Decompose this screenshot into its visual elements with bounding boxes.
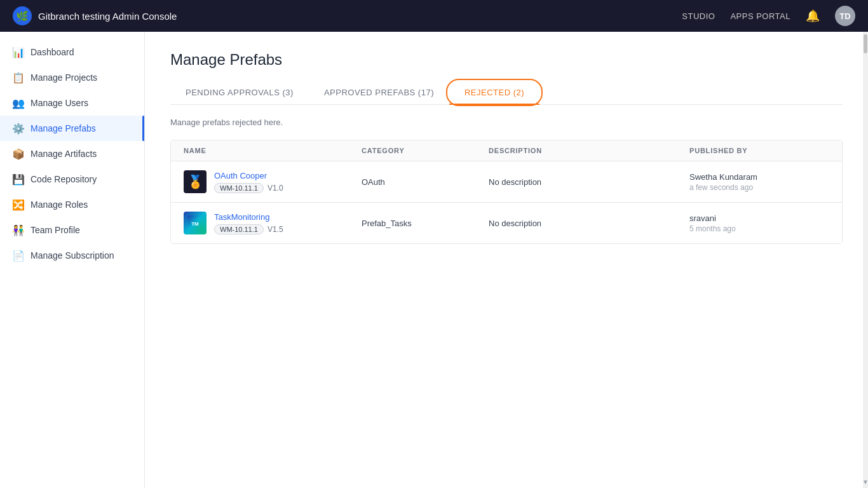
prefab-link-task[interactable]: TaskMonitoring (214, 212, 283, 222)
sidebar-label-code-repository: Code Repository (31, 174, 97, 184)
sidebar-label-manage-prefabs: Manage Prefabs (31, 123, 96, 133)
tab-pending-approvals[interactable]: PENDING APPROVALS (3) (170, 81, 309, 105)
published-by-name-task: sravani (689, 214, 829, 223)
header-category: CATEGORY (362, 147, 489, 154)
published-by-time-oauth: a few seconds ago (689, 183, 829, 192)
prefab-badges-oauth: WM-10.11.1 V1.0 (214, 183, 283, 193)
sidebar-item-manage-artifacts[interactable]: 📦 Manage Artifacts (0, 141, 144, 166)
manage-roles-icon: 🔀 (13, 199, 24, 210)
prefab-version-task: V1.5 (268, 225, 283, 234)
prefab-version-oauth: V1.0 (268, 184, 283, 193)
header-published-by: PUBLISHED BY (689, 147, 829, 154)
sidebar-item-manage-users[interactable]: 👥 Manage Users (0, 90, 144, 116)
notification-bell-icon[interactable]: 🔔 (806, 9, 820, 23)
top-navigation: 🌿 Gitbranch testing Admin Console STUDIO… (0, 0, 868, 32)
user-avatar[interactable]: TD (835, 6, 855, 26)
prefab-published-task: sravani 5 months ago (689, 214, 829, 233)
published-by-name-oauth: Swetha Kundaram (689, 172, 829, 182)
prefab-icon-oauth: 🏅 (184, 170, 207, 193)
header-name: NAME (184, 147, 362, 154)
tab-approved-label: APPROVED PREFABS (17) (324, 88, 434, 97)
prefabs-table: NAME CATEGORY DESCRIPTION PUBLISHED BY 🏅… (170, 140, 843, 244)
manage-artifacts-icon: 📦 (13, 148, 24, 159)
sidebar-item-code-repository[interactable]: 💾 Code Repository (0, 166, 144, 192)
prefab-name-info-task: TaskMonitoring WM-10.11.1 V1.5 (214, 212, 283, 234)
app-logo: 🌿 Gitbranch testing Admin Console (13, 6, 682, 25)
table-row: 🏅 OAuth Cooper WM-10.11.1 V1.0 OAuth No … (171, 161, 842, 203)
main-layout: 📊 Dashboard 📋 Manage Projects 👥 Manage U… (0, 32, 868, 488)
manage-projects-icon: 📋 (13, 72, 24, 83)
app-title: Gitbranch testing Admin Console (38, 11, 177, 22)
prefab-link-oauth[interactable]: OAuth Cooper (214, 171, 283, 180)
sidebar-item-team-profile[interactable]: 👫 Team Profile (0, 217, 144, 243)
svg-text:TM: TM (191, 221, 199, 227)
sidebar-label-manage-users: Manage Users (31, 98, 88, 108)
sidebar-label-team-profile: Team Profile (31, 225, 80, 235)
tabs-container: PENDING APPROVALS (3) APPROVED PREFABS (… (170, 81, 843, 105)
page-title: Manage Prefabs (170, 51, 843, 69)
prefab-category-task: Prefab_Tasks (362, 219, 489, 228)
sidebar-item-dashboard[interactable]: 📊 Dashboard (0, 39, 144, 65)
team-profile-icon: 👫 (13, 224, 24, 236)
tab-rejected[interactable]: REJECTED (2) (449, 81, 539, 105)
manage-prefabs-icon: ⚙️ (13, 123, 24, 134)
scroll-arrow-down-icon[interactable]: ▼ (862, 478, 868, 485)
prefab-name-cell-oauth: 🏅 OAuth Cooper WM-10.11.1 V1.0 (184, 170, 362, 193)
topnav-right: STUDIO APPS PORTAL 🔔 TD (682, 6, 855, 26)
page-subtitle: Manage prefabs rejected here. (170, 118, 843, 127)
sidebar-item-manage-projects[interactable]: 📋 Manage Projects (0, 65, 144, 90)
prefab-name-info-oauth: OAuth Cooper WM-10.11.1 V1.0 (214, 171, 283, 193)
prefab-category-oauth: OAuth (362, 177, 489, 187)
manage-subscription-icon: 📄 (13, 250, 24, 261)
prefab-badges-task: WM-10.11.1 V1.5 (214, 224, 283, 234)
published-by-time-task: 5 months ago (689, 224, 829, 233)
tab-pending-label: PENDING APPROVALS (3) (186, 88, 294, 97)
tab-rejected-label: REJECTED (2) (465, 88, 524, 97)
prefab-name-cell-task: TM TaskMonitoring WM-10.11.1 V1.5 (184, 212, 362, 234)
prefab-published-oauth: Swetha Kundaram a few seconds ago (689, 172, 829, 192)
prefab-badge-task: WM-10.11.1 (214, 224, 264, 234)
scrollbar[interactable]: ▼ (863, 32, 868, 488)
apps-portal-link[interactable]: APPS PORTAL (730, 11, 790, 21)
studio-link[interactable]: STUDIO (682, 11, 715, 21)
prefab-description-task: No description (489, 219, 689, 228)
prefab-description-oauth: No description (489, 177, 689, 187)
tab-approved-prefabs[interactable]: APPROVED PREFABS (17) (309, 81, 449, 105)
table-header: NAME CATEGORY DESCRIPTION PUBLISHED BY (171, 140, 842, 161)
prefab-badge-oauth: WM-10.11.1 (214, 183, 264, 193)
sidebar-label-manage-projects: Manage Projects (31, 72, 97, 83)
sidebar: 📊 Dashboard 📋 Manage Projects 👥 Manage U… (0, 32, 145, 488)
main-content: Manage Prefabs PENDING APPROVALS (3) APP… (145, 32, 868, 488)
sidebar-label-dashboard: Dashboard (31, 47, 74, 57)
header-description: DESCRIPTION (489, 147, 689, 154)
dashboard-icon: 📊 (13, 46, 24, 58)
table-row: TM TaskMonitoring WM-10.11.1 V1.5 Prefab… (171, 203, 842, 243)
scroll-thumb (864, 34, 867, 53)
sidebar-item-manage-prefabs[interactable]: ⚙️ Manage Prefabs (0, 116, 144, 141)
sidebar-item-manage-subscription[interactable]: 📄 Manage Subscription (0, 243, 144, 268)
logo-icon: 🌿 (13, 6, 32, 25)
sidebar-label-manage-roles: Manage Roles (31, 200, 88, 210)
prefab-icon-task: TM (184, 212, 207, 234)
code-repository-icon: 💾 (13, 173, 24, 185)
sidebar-item-manage-roles[interactable]: 🔀 Manage Roles (0, 192, 144, 217)
task-icon-svg: TM (187, 215, 203, 231)
sidebar-label-manage-subscription: Manage Subscription (31, 250, 114, 261)
manage-users-icon: 👥 (13, 97, 24, 109)
sidebar-label-manage-artifacts: Manage Artifacts (31, 149, 97, 159)
